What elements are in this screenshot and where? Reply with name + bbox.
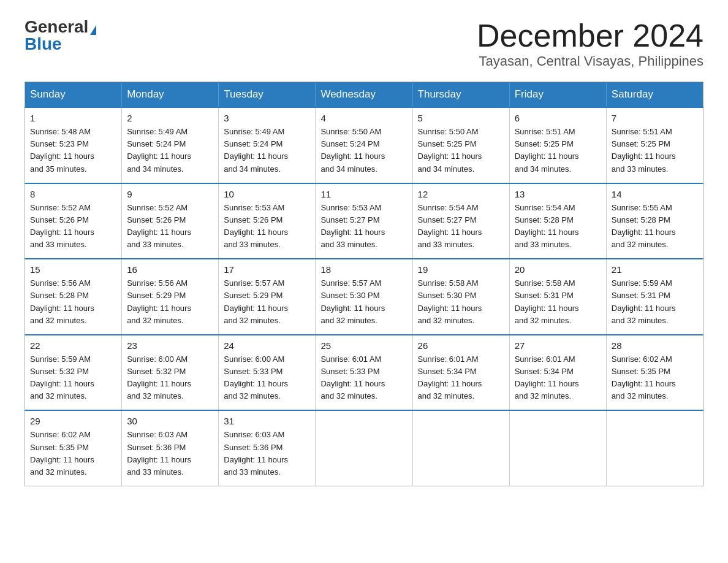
calendar-day-cell: 29 Sunrise: 6:02 AMSunset: 5:35 PMDaylig…	[25, 410, 122, 486]
location-subtitle: Tayasan, Central Visayas, Philippines	[477, 53, 703, 69]
day-number: 16	[127, 264, 213, 275]
day-number: 27	[515, 340, 601, 351]
day-info: Sunrise: 6:01 AMSunset: 5:33 PMDaylight:…	[320, 353, 407, 403]
calendar-day-cell	[606, 410, 703, 486]
logo: General Blue	[25, 18, 96, 53]
day-info: Sunrise: 5:57 AMSunset: 5:30 PMDaylight:…	[320, 277, 407, 327]
day-info: Sunrise: 6:00 AMSunset: 5:32 PMDaylight:…	[127, 353, 213, 403]
calendar-day-cell	[509, 410, 606, 486]
month-title: December 2024	[477, 18, 703, 53]
title-block: December 2024 Tayasan, Central Visayas, …	[477, 18, 703, 69]
day-info: Sunrise: 6:02 AMSunset: 5:35 PMDaylight:…	[612, 353, 698, 403]
calendar-day-cell: 9 Sunrise: 5:52 AMSunset: 5:26 PMDayligh…	[122, 183, 219, 259]
calendar-day-cell: 11 Sunrise: 5:53 AMSunset: 5:27 PMDaylig…	[316, 183, 412, 259]
day-number: 21	[612, 264, 698, 275]
calendar-day-cell: 1 Sunrise: 5:48 AMSunset: 5:23 PMDayligh…	[25, 107, 122, 183]
day-number: 12	[418, 189, 504, 199]
calendar-day-cell: 26 Sunrise: 6:01 AMSunset: 5:34 PMDaylig…	[412, 335, 509, 411]
weekday-header-tuesday: Tuesday	[219, 82, 316, 108]
day-number: 20	[515, 264, 601, 275]
calendar-day-cell: 30 Sunrise: 6:03 AMSunset: 5:36 PMDaylig…	[122, 410, 219, 486]
calendar-day-cell: 15 Sunrise: 5:56 AMSunset: 5:28 PMDaylig…	[25, 259, 122, 335]
day-number: 28	[612, 340, 698, 351]
calendar-day-cell: 22 Sunrise: 5:59 AMSunset: 5:32 PMDaylig…	[25, 335, 122, 411]
day-number: 2	[127, 113, 213, 123]
calendar-day-cell: 31 Sunrise: 6:03 AMSunset: 5:36 PMDaylig…	[219, 410, 316, 486]
day-number: 17	[224, 264, 310, 275]
day-info: Sunrise: 5:54 AMSunset: 5:27 PMDaylight:…	[418, 202, 504, 251]
calendar-day-cell: 27 Sunrise: 6:01 AMSunset: 5:34 PMDaylig…	[509, 335, 606, 411]
calendar-week-row: 1 Sunrise: 5:48 AMSunset: 5:23 PMDayligh…	[25, 107, 703, 183]
day-number: 10	[224, 189, 310, 199]
day-number: 5	[418, 113, 504, 123]
page-header: General Blue December 2024 Tayasan, Cent…	[25, 18, 703, 69]
logo-general-text: General	[25, 18, 96, 36]
day-info: Sunrise: 5:57 AMSunset: 5:29 PMDaylight:…	[224, 277, 310, 327]
day-number: 24	[224, 340, 310, 351]
calendar-day-cell: 12 Sunrise: 5:54 AMSunset: 5:27 PMDaylig…	[412, 183, 509, 259]
weekday-header-wednesday: Wednesday	[316, 82, 412, 108]
day-info: Sunrise: 6:03 AMSunset: 5:36 PMDaylight:…	[224, 429, 310, 478]
day-number: 3	[224, 113, 310, 123]
day-info: Sunrise: 5:53 AMSunset: 5:27 PMDaylight:…	[320, 202, 407, 251]
calendar-week-row: 15 Sunrise: 5:56 AMSunset: 5:28 PMDaylig…	[25, 259, 703, 335]
calendar-day-cell: 21 Sunrise: 5:59 AMSunset: 5:31 PMDaylig…	[606, 259, 703, 335]
day-info: Sunrise: 5:55 AMSunset: 5:28 PMDaylight:…	[612, 202, 698, 251]
day-info: Sunrise: 5:53 AMSunset: 5:26 PMDaylight:…	[224, 202, 310, 251]
calendar-week-row: 22 Sunrise: 5:59 AMSunset: 5:32 PMDaylig…	[25, 335, 703, 411]
day-info: Sunrise: 6:00 AMSunset: 5:33 PMDaylight:…	[224, 353, 310, 403]
calendar-day-cell: 28 Sunrise: 6:02 AMSunset: 5:35 PMDaylig…	[606, 335, 703, 411]
day-number: 18	[320, 264, 407, 275]
day-number: 6	[515, 113, 601, 123]
calendar-day-cell: 14 Sunrise: 5:55 AMSunset: 5:28 PMDaylig…	[606, 183, 703, 259]
calendar-day-cell	[412, 410, 509, 486]
calendar-day-cell: 6 Sunrise: 5:51 AMSunset: 5:25 PMDayligh…	[509, 107, 606, 183]
calendar-day-cell: 13 Sunrise: 5:54 AMSunset: 5:28 PMDaylig…	[509, 183, 606, 259]
day-number: 31	[224, 416, 310, 426]
calendar-day-cell: 4 Sunrise: 5:50 AMSunset: 5:24 PMDayligh…	[316, 107, 412, 183]
day-number: 22	[30, 340, 116, 351]
calendar-day-cell: 2 Sunrise: 5:49 AMSunset: 5:24 PMDayligh…	[122, 107, 219, 183]
day-info: Sunrise: 5:50 AMSunset: 5:24 PMDaylight:…	[320, 126, 407, 175]
day-number: 8	[30, 189, 116, 199]
day-info: Sunrise: 5:59 AMSunset: 5:32 PMDaylight:…	[30, 353, 116, 403]
logo-triangle-icon	[90, 25, 96, 35]
calendar-day-cell: 10 Sunrise: 5:53 AMSunset: 5:26 PMDaylig…	[219, 183, 316, 259]
day-info: Sunrise: 5:51 AMSunset: 5:25 PMDaylight:…	[515, 126, 601, 175]
day-number: 7	[612, 113, 698, 123]
calendar-day-cell: 18 Sunrise: 5:57 AMSunset: 5:30 PMDaylig…	[316, 259, 412, 335]
day-info: Sunrise: 5:48 AMSunset: 5:23 PMDaylight:…	[30, 126, 116, 175]
weekday-header-thursday: Thursday	[412, 82, 509, 108]
logo-blue-text: Blue	[25, 36, 62, 53]
day-info: Sunrise: 5:49 AMSunset: 5:24 PMDaylight:…	[127, 126, 213, 175]
day-number: 25	[320, 340, 407, 351]
calendar-header-row: SundayMondayTuesdayWednesdayThursdayFrid…	[25, 82, 703, 108]
day-number: 23	[127, 340, 213, 351]
day-info: Sunrise: 6:03 AMSunset: 5:36 PMDaylight:…	[127, 429, 213, 478]
weekday-header-saturday: Saturday	[606, 82, 703, 108]
weekday-header-friday: Friday	[509, 82, 606, 108]
weekday-header-monday: Monday	[122, 82, 219, 108]
day-info: Sunrise: 5:51 AMSunset: 5:25 PMDaylight:…	[612, 126, 698, 175]
weekday-header-sunday: Sunday	[25, 82, 122, 108]
day-number: 19	[418, 264, 504, 275]
day-number: 4	[320, 113, 407, 123]
calendar-week-row: 29 Sunrise: 6:02 AMSunset: 5:35 PMDaylig…	[25, 410, 703, 486]
day-info: Sunrise: 5:58 AMSunset: 5:31 PMDaylight:…	[515, 277, 601, 327]
calendar-day-cell: 24 Sunrise: 6:00 AMSunset: 5:33 PMDaylig…	[219, 335, 316, 411]
calendar-day-cell: 17 Sunrise: 5:57 AMSunset: 5:29 PMDaylig…	[219, 259, 316, 335]
day-number: 11	[320, 189, 407, 199]
calendar-day-cell	[316, 410, 412, 486]
day-info: Sunrise: 5:54 AMSunset: 5:28 PMDaylight:…	[515, 202, 601, 251]
day-number: 9	[127, 189, 213, 199]
calendar-day-cell: 3 Sunrise: 5:49 AMSunset: 5:24 PMDayligh…	[219, 107, 316, 183]
day-info: Sunrise: 5:52 AMSunset: 5:26 PMDaylight:…	[127, 202, 213, 251]
calendar-day-cell: 5 Sunrise: 5:50 AMSunset: 5:25 PMDayligh…	[412, 107, 509, 183]
calendar-day-cell: 7 Sunrise: 5:51 AMSunset: 5:25 PMDayligh…	[606, 107, 703, 183]
day-number: 26	[418, 340, 504, 351]
day-number: 13	[515, 189, 601, 199]
calendar-week-row: 8 Sunrise: 5:52 AMSunset: 5:26 PMDayligh…	[25, 183, 703, 259]
day-info: Sunrise: 6:01 AMSunset: 5:34 PMDaylight:…	[418, 353, 504, 403]
day-info: Sunrise: 5:59 AMSunset: 5:31 PMDaylight:…	[612, 277, 698, 327]
day-info: Sunrise: 6:02 AMSunset: 5:35 PMDaylight:…	[30, 429, 116, 478]
